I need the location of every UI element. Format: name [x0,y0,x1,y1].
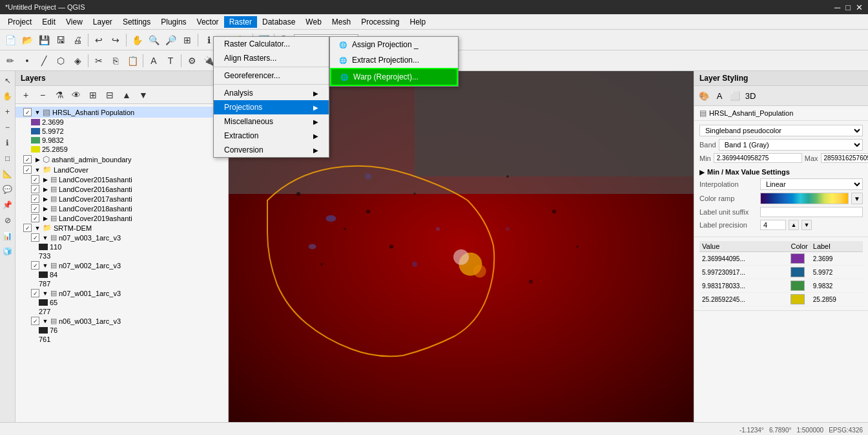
precision-down-btn[interactable]: ▼ [801,220,812,230]
menu-plugins[interactable]: Plugins [156,16,191,28]
conversion-item[interactable]: Conversion ▶ [214,143,329,157]
layer-landcover-2016[interactable]: ▶ ▤ LandCover2016ashanti [16,184,228,194]
layer-admin[interactable]: ▶ ⬡ ashanti_admin_boundary [16,154,228,165]
color-table-swatch[interactable] [788,279,810,293]
layer-expand-btn[interactable]: ⊞ [85,87,101,103]
color-ramp-dropdown-btn[interactable]: ▼ [851,193,863,204]
undo-btn[interactable]: ↩ [91,32,107,48]
layer-landcover-2018[interactable]: ▶ ▤ LandCover2018ashanti [16,204,228,213]
extract-projection-item[interactable]: 🌐 Extract Projection... [330,52,458,68]
zoomout-tool[interactable]: − [1,120,15,134]
align-rasters-item[interactable]: Align Rasters... [214,51,329,65]
menu-web[interactable]: Web [300,16,326,28]
zoom-out-btn[interactable]: 🔎 [163,32,178,48]
color-table-swatch[interactable] [788,293,810,306]
layer-lc2018-expand[interactable]: ▶ [41,205,49,213]
cut-btn[interactable]: ✂ [91,53,107,69]
close-button[interactable]: ✕ [856,3,863,12]
zoom-in-btn[interactable]: 🔍 [146,32,161,48]
point-btn[interactable]: • [19,53,35,69]
layer-lc2019-checkbox[interactable] [31,214,39,222]
layer-n06w003-checkbox[interactable] [31,317,39,325]
node-btn[interactable]: ◈ [70,53,85,69]
layer-n06w003[interactable]: ▼ ▤ n06_w003_1arc_v3 [16,316,228,326]
map-tip-tool[interactable]: 📌 [1,198,15,212]
miscellaneous-item[interactable]: Miscellaneous ▶ [214,114,329,129]
annotation-btn[interactable]: T [163,53,178,69]
minmax-settings-header[interactable]: ▶ Min / Max Value Settings [699,165,863,178]
style-mask-btn[interactable]: ⬜ [728,89,742,103]
pan-tool[interactable]: ✋ [1,89,15,103]
style-paint-btn[interactable]: 🎨 [697,89,711,103]
interpolation-select[interactable]: Linear [760,178,863,190]
extraction-item[interactable]: Extraction ▶ [214,129,329,143]
analysis-item[interactable]: Analysis ▶ [214,86,329,100]
color-table-row[interactable]: 5.997230917... 5.9972 [699,266,863,279]
projections-item[interactable]: Projections ▶ [214,100,329,114]
layer-n07w003-expand[interactable]: ▼ [41,234,49,242]
render-type-select[interactable]: Singleband pseudocolor [699,125,863,136]
save-project-btn[interactable]: 💾 [36,32,52,48]
layer-srtm-checkbox[interactable] [23,224,32,232]
select-tool[interactable]: □ [1,151,15,165]
save-as-btn[interactable]: 🖫 [53,32,68,48]
label-btn[interactable]: A [146,53,161,69]
layer-admin-checkbox[interactable] [23,155,32,164]
layer-landcover-expand[interactable]: ▼ [34,166,41,174]
layer-n06w003-expand[interactable]: ▼ [41,317,49,325]
menu-help[interactable]: Help [405,16,431,28]
max-input[interactable]: 285931625760998 [821,153,868,163]
layer-n07w002-expand[interactable]: ▼ [41,262,49,270]
layer-n07w001-expand[interactable]: ▼ [41,290,49,297]
copy-btn[interactable]: ⎘ [108,53,123,69]
layer-n07w003-checkbox[interactable] [31,233,39,242]
layer-move-up-btn[interactable]: ▲ [119,87,134,103]
annotation-tool[interactable]: 💬 [1,182,15,196]
assign-projection-item[interactable]: 🌐 Assign Projection _ [330,37,458,52]
layer-visibility-btn[interactable]: 👁 [68,87,84,103]
open-project-btn[interactable]: 📂 [19,32,35,48]
stats-tool[interactable]: 📊 [1,229,15,243]
layer-lc2019-expand[interactable]: ▶ [41,215,49,222]
layer-move-down-btn[interactable]: ▼ [136,87,151,103]
menu-project[interactable]: Project [3,16,37,28]
layer-n07w001[interactable]: ▼ ▤ n07_w001_1arc_v3 [16,288,228,298]
menu-raster[interactable]: Raster [224,16,257,28]
style-label-btn[interactable]: A [712,89,727,103]
menu-processing[interactable]: Processing [356,16,404,28]
print-btn[interactable]: 🖨 [70,32,85,48]
layer-landcover-2017[interactable]: ▶ ▤ LandCover2017ashanti [16,194,228,204]
layer-lc2017-expand[interactable]: ▶ [41,195,49,203]
layer-srtm-group[interactable]: ▼ 📁 SRTM-DEM [16,223,228,233]
layer-lc2016-expand[interactable]: ▶ [41,186,49,193]
layer-landcover-2019[interactable]: ▶ ▤ LandCover2019ashanti [16,213,228,223]
min-input[interactable]: 2.3699440958275 [714,153,802,163]
layer-landcover-checkbox[interactable] [23,165,32,174]
layer-srtm-expand[interactable]: ▼ [34,224,41,232]
measure-tool[interactable]: 📐 [1,167,15,181]
color-ramp-preview[interactable] [760,193,849,204]
color-table-row[interactable]: 25.28592245... 25.2859 [699,293,863,306]
layer-landcover-2015[interactable]: ▶ ▤ LandCover2015ashanti [16,175,228,184]
color-table-swatch[interactable] [788,252,810,266]
layer-admin-expand[interactable]: ▶ [34,156,41,164]
polygon-btn[interactable]: ⬡ [53,53,68,69]
color-table-swatch[interactable] [788,266,810,279]
maximize-button[interactable]: □ [845,3,851,12]
label-suffix-input[interactable] [760,207,863,217]
menu-vector[interactable]: Vector [192,16,224,28]
line-btn[interactable]: ╱ [36,53,52,69]
layer-lc2016-checkbox[interactable] [31,185,39,193]
layer-n07w003[interactable]: ▼ ▤ n07_w003_1arc_v3 [16,233,228,242]
layer-hrsl[interactable]: ▼ ▤ HRSL_Ashanti Population [16,107,228,118]
precision-input[interactable] [760,220,786,230]
identify-tool[interactable]: ℹ [1,136,15,150]
layer-lc2018-checkbox[interactable] [31,204,39,213]
zoomin-tool[interactable]: + [1,105,15,119]
pointer-tool[interactable]: ↖ [1,74,15,88]
pan-btn[interactable]: ✋ [129,32,145,48]
layer-lc2017-checkbox[interactable] [31,195,39,203]
layer-hrsl-expand[interactable]: ▼ [34,109,41,116]
layer-lc2015-expand[interactable]: ▶ [41,176,49,184]
add-layer-btn[interactable]: + [18,87,34,103]
